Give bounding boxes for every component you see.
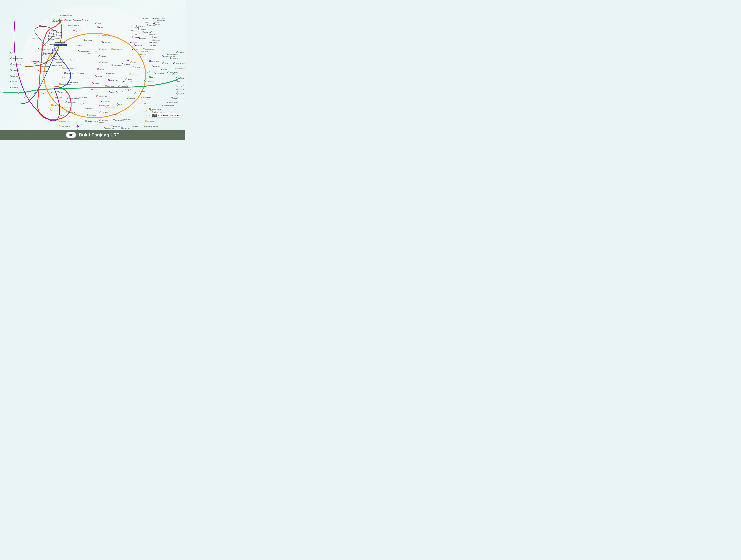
upper-changi-station[interactable]: Upper Changi bbox=[174, 68, 185, 69]
changi-airport-station[interactable]: Changi Airport bbox=[176, 77, 185, 79]
joo-koon-station[interactable]: Joo Koon bbox=[10, 75, 18, 77]
boon-lay-station[interactable]: Boon Lay bbox=[10, 87, 18, 88]
dover-station[interactable]: Dover bbox=[50, 92, 56, 94]
buona-vista-station[interactable]: Buona Vista bbox=[57, 91, 67, 93]
kembangan-station[interactable]: Kembangan bbox=[155, 72, 164, 74]
farrer-road-station[interactable]: Farrer Road bbox=[63, 77, 72, 79]
king-albert-park-station[interactable]: King Albert Park bbox=[53, 62, 65, 63]
aljunied-station[interactable]: Aljunied bbox=[125, 89, 132, 90]
hougang-station[interactable]: Hougang bbox=[134, 45, 142, 46]
yishun-station[interactable]: Yishun bbox=[95, 22, 101, 24]
city-hall-station[interactable]: City Hall bbox=[114, 113, 122, 115]
bedok-north-station[interactable]: Bedok North bbox=[149, 60, 159, 62]
tiong-bahru-station[interactable]: Tiong Bahru bbox=[66, 111, 75, 113]
lavender-station[interactable]: Lavender bbox=[127, 98, 135, 100]
springleaf-station[interactable]: Springleaf bbox=[74, 30, 82, 32]
siglap-station[interactable]: Siglap bbox=[171, 97, 177, 99]
tai-seng-station[interactable]: Tai Seng bbox=[133, 66, 140, 68]
simei-station[interactable]: Simei bbox=[162, 63, 168, 64]
clementi-station[interactable]: Clementi bbox=[43, 92, 50, 94]
eunos-station[interactable]: Eunos bbox=[149, 76, 155, 78]
gul-circle-station[interactable]: Gul Circle bbox=[10, 69, 19, 71]
meridian-station[interactable]: Meridian bbox=[149, 42, 157, 44]
dakota-station[interactable]: Dakota bbox=[139, 90, 145, 92]
hillview-station[interactable]: Hillview bbox=[52, 53, 58, 54]
kovan-station[interactable]: Kovan bbox=[132, 48, 138, 50]
petir-station[interactable]: Petir bbox=[56, 38, 60, 39]
xilin-station[interactable]: Xilin bbox=[176, 80, 181, 82]
lorong-chuan-station[interactable]: Lorong Chuan bbox=[111, 48, 122, 50]
havelock-station[interactable]: Havelock bbox=[81, 103, 89, 105]
macpherson-station[interactable]: MacPherson bbox=[129, 73, 139, 75]
tuas-west-road-station[interactable]: Tuas West Road bbox=[10, 58, 23, 59]
tanah-merah-station[interactable]: Tanah Merah bbox=[167, 72, 178, 73]
telok-blangah-station[interactable]: Telok Blangah bbox=[59, 125, 70, 127]
redhill-station[interactable]: Redhill bbox=[62, 106, 68, 108]
ang-mo-kio-station[interactable]: Ang Mo Kio bbox=[101, 41, 111, 43]
lentor-station[interactable]: Lentor bbox=[77, 45, 82, 46]
tanjong-pagar-station[interactable]: Tanjong Pagar bbox=[85, 120, 96, 122]
layar-station[interactable]: Layar bbox=[132, 34, 137, 35]
tan-kah-kee-station[interactable]: Tan Kah Kee bbox=[64, 72, 74, 74]
mattar-station[interactable]: Mattar bbox=[126, 79, 132, 80]
downtown-station[interactable]: Downtown bbox=[121, 127, 130, 129]
geylang-bahru-station[interactable]: Geylang Bahru bbox=[122, 81, 133, 83]
toa-payoh-station[interactable]: Toa Payoh bbox=[99, 62, 108, 63]
cashew-station[interactable]: Cashew bbox=[52, 50, 59, 51]
mountbatten-station[interactable]: Mountbatten bbox=[141, 97, 151, 99]
phoenix-station[interactable]: Phoenix bbox=[47, 44, 54, 45]
tanjong-katong-station[interactable]: Tanjong Katong bbox=[149, 108, 161, 110]
marine-parade-station[interactable]: Marine Parade bbox=[162, 105, 174, 107]
damai-station[interactable]: Damai bbox=[149, 34, 155, 35]
stadium-station[interactable]: Stadium bbox=[143, 103, 150, 105]
woodlands-north-station[interactable]: Woodlands North bbox=[59, 15, 72, 16]
maxwell-station[interactable]: Maxwell bbox=[97, 121, 104, 123]
telok-ayer-station[interactable]: Telok Ayer bbox=[99, 120, 108, 121]
somerset-station[interactable]: Somerset bbox=[90, 89, 98, 90]
boon-keng-station[interactable]: Boon Kong bbox=[106, 73, 115, 74]
jelapang-station[interactable]: Jelapang bbox=[48, 36, 55, 37]
tuas-link-station[interactable]: Tuas Link bbox=[10, 52, 19, 54]
pasir-ris-station[interactable]: Pasir Ris bbox=[177, 52, 184, 53]
chinatown-station[interactable]: Chinatown bbox=[100, 112, 108, 113]
kent-ridge-station[interactable]: Kent Ridge bbox=[51, 104, 60, 106]
napier-station[interactable]: Napier bbox=[84, 78, 90, 80]
paya-lebar-station[interactable]: Paya Lebar bbox=[144, 80, 154, 82]
yio-chu-kang-station[interactable]: Yio Chu Kang bbox=[100, 35, 111, 37]
sam-kee-station[interactable]: Sam Kee bbox=[157, 20, 165, 21]
holland-village-station[interactable]: Holland Village bbox=[59, 83, 71, 85]
pasir-panjang-station[interactable]: Pasir Panjang bbox=[59, 115, 70, 117]
bugis-station[interactable]: Bugis bbox=[117, 104, 122, 106]
jurong-east-station[interactable]: Jurong East bbox=[34, 92, 44, 94]
pending-station[interactable]: Pending bbox=[56, 35, 63, 36]
lakeside-station[interactable]: Lakeside bbox=[18, 92, 25, 94]
teck-lee-station[interactable]: Teck Lee bbox=[152, 22, 160, 23]
tampines-station[interactable]: Tampines bbox=[170, 57, 178, 59]
bangkit-station[interactable]: Bangkit bbox=[56, 32, 62, 33]
bishan-station[interactable]: Bishan bbox=[99, 48, 106, 50]
potong-pasir-station[interactable]: Potong Pasir bbox=[112, 64, 122, 66]
bayfront-station[interactable]: Bayfront bbox=[131, 126, 138, 127]
kangkar-station[interactable]: Kangkar bbox=[140, 54, 146, 55]
pioneer-station[interactable]: Pioneer bbox=[10, 81, 17, 82]
haw-par-villa-station[interactable]: Haw Par Villa bbox=[51, 109, 61, 111]
mayflower-station[interactable]: Mayflower bbox=[84, 40, 92, 41]
sungei-bedok-station[interactable]: Sungei Bedok bbox=[177, 85, 185, 87]
woodleigh-station[interactable]: Woodleigh bbox=[122, 63, 130, 65]
kallang-station[interactable]: Kallang bbox=[134, 92, 141, 94]
bencoolen-station[interactable]: Bencoolen bbox=[102, 101, 110, 103]
farrer-park-station[interactable]: Farrer Park bbox=[109, 79, 118, 81]
tampines-east-station[interactable]: Tampines East bbox=[174, 63, 185, 64]
shenton-way-station[interactable]: Shenton Way bbox=[104, 127, 115, 129]
bukit-batok-station[interactable]: Bukit Batok bbox=[38, 70, 47, 72]
gardens-by-the-bay-station[interactable]: Gardens by the Bay bbox=[143, 126, 157, 127]
segar-station[interactable]: Segar bbox=[49, 33, 54, 34]
dhoby-ghaut-station[interactable]: Dhoby Ghaut bbox=[96, 96, 107, 97]
rumbia-station[interactable]: Rumbia bbox=[141, 51, 148, 52]
fernvale-station[interactable]: Fernvale bbox=[131, 30, 139, 32]
soo-teck-station[interactable]: Soo Teck bbox=[147, 24, 155, 26]
bartley-station[interactable]: Bartley bbox=[131, 62, 137, 63]
bedok-south-station[interactable]: Bedok South bbox=[177, 89, 185, 90]
marina-bay-station[interactable]: Marina Bay bbox=[111, 126, 120, 127]
farmway-station[interactable]: Farmway bbox=[138, 28, 146, 30]
